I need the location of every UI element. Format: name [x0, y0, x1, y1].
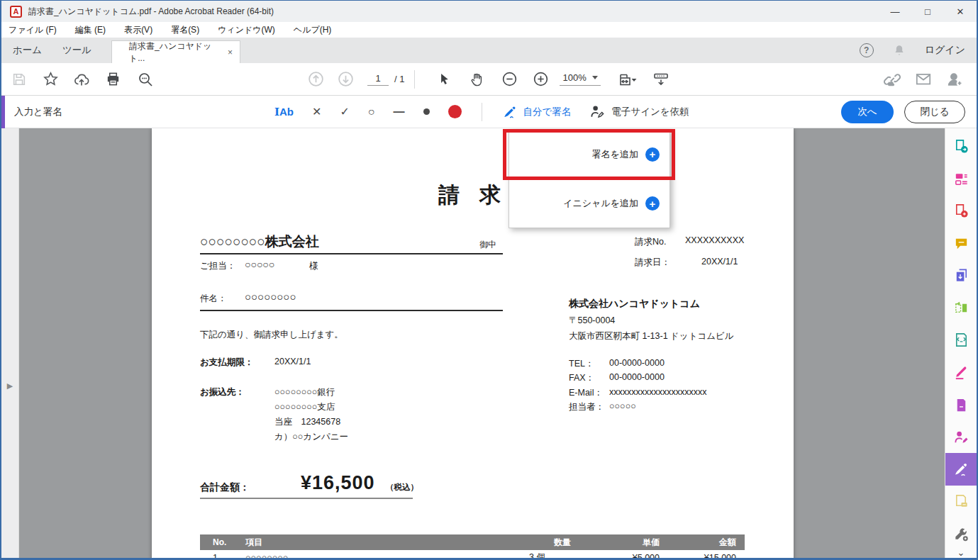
zoom-in-button[interactable] [528, 67, 552, 91]
issuer-fax-label: FAX： [569, 372, 594, 384]
star-icon [43, 71, 59, 87]
zoom-out-icon [501, 70, 518, 88]
sidebar-tool-fill-and-sign[interactable] [945, 453, 977, 486]
page-number-input[interactable]: 1 [367, 73, 389, 86]
acrobat-window: A 請求書_ハンコヤドットコム.pdf - Adobe Acrobat Read… [0, 0, 978, 560]
sidebar-tool-compress-pdf[interactable] [945, 324, 977, 357]
hand-icon [469, 71, 485, 87]
maximize-button[interactable]: □ [911, 1, 944, 22]
search-icon [137, 71, 154, 88]
minimize-icon: — [891, 6, 900, 17]
menu-file[interactable]: ファイル (F) [9, 24, 57, 36]
acrobat-logo-icon: A [10, 6, 22, 18]
page-down-icon [337, 70, 355, 88]
menu-window[interactable]: ウィンドウ(W) [218, 24, 275, 36]
dot-annotation-tool[interactable] [423, 108, 430, 115]
sign-self-button[interactable]: 自分で署名 [502, 104, 572, 120]
minimize-button[interactable]: — [879, 1, 911, 22]
page-display-button[interactable] [649, 67, 673, 91]
cross-annotation-tool[interactable]: ✕ [312, 105, 321, 118]
total-value: ¥16,500 [301, 472, 375, 494]
email-button[interactable] [911, 67, 935, 91]
col-amount: 金額 [667, 537, 745, 549]
add-text-tool[interactable]: IAb [274, 106, 294, 118]
sidebar-tool-request-signatures[interactable] [945, 421, 977, 454]
tab-home[interactable]: ホーム [13, 38, 42, 63]
left-panel-strip[interactable]: ▶ [1, 128, 19, 558]
menu-edit[interactable]: 編集 (E) [75, 24, 106, 36]
help-button[interactable]: ? [860, 43, 874, 57]
invoice-table: No. 項目 数量 単価 金額 1 ○○○○○○○○ 3 個 ¥5,000 ¥1… [200, 534, 745, 558]
next-button[interactable]: 次へ [841, 101, 894, 123]
fill-and-sign-icon [952, 461, 969, 478]
select-tool-button[interactable] [432, 67, 456, 91]
fit-width-button[interactable] [612, 67, 645, 91]
invoice-date-value: 20XX/1/1 [701, 257, 738, 267]
menu-help[interactable]: ヘルプ(H) [294, 24, 332, 36]
star-button[interactable] [38, 67, 62, 91]
share-link-icon [883, 70, 901, 89]
sidebar-tool-compare-files[interactable] [945, 486, 977, 518]
line-annotation-tool[interactable]: — [394, 106, 405, 118]
chevron-down-icon [592, 76, 598, 79]
contact-label: ご担当： [200, 260, 235, 272]
due-date-value: 20XX/1/1 [274, 357, 311, 366]
sidebar-tool-combine-files[interactable] [945, 259, 977, 292]
issuer-fax-value: 00-0000-0000 [609, 372, 665, 382]
previous-page-button[interactable] [304, 67, 328, 91]
menu-sign[interactable]: 署名(S) [171, 24, 199, 36]
organize-pages-icon [953, 300, 969, 316]
close-button[interactable]: ✕ [944, 1, 977, 22]
login-button[interactable]: ログイン [925, 44, 965, 57]
zoom-out-button[interactable] [497, 67, 521, 91]
search-button[interactable] [133, 67, 157, 91]
next-page-button[interactable] [333, 67, 357, 91]
page-count-label: / 1 [394, 74, 404, 84]
share-link-button[interactable] [880, 67, 904, 91]
sidebar-tool-more-tools[interactable] [945, 517, 977, 550]
sidebar-tool-create-pdf[interactable] [945, 195, 977, 228]
share-cloud-button[interactable] [70, 67, 94, 91]
person-sign-icon [589, 103, 606, 120]
fountain-pen-icon [502, 104, 518, 120]
red-highlight-annotation [503, 129, 675, 180]
close-icon: ✕ [957, 6, 965, 17]
protect-icon [953, 397, 969, 413]
tab-close-icon[interactable]: × [228, 47, 233, 57]
print-button[interactable] [101, 67, 125, 91]
close-tool-button[interactable]: 閉じる [904, 101, 965, 123]
fit-width-icon [618, 71, 639, 88]
sidebar-tool-comment[interactable] [945, 228, 977, 260]
save-button[interactable] [7, 67, 31, 91]
fill-sign-title: 入力と署名 [14, 106, 62, 118]
red-dot-color-indicator[interactable] [448, 105, 462, 118]
hand-tool-button[interactable] [465, 67, 489, 91]
combine-files-icon [953, 267, 969, 284]
export-pdf-icon [953, 138, 969, 155]
sidebar-tool-redact[interactable] [945, 357, 977, 389]
sidebar-tool-protect[interactable] [945, 388, 977, 421]
sidebar-tool-edit-pdf[interactable] [945, 163, 977, 196]
tab-document[interactable]: 請求書_ハンコヤドット... × [111, 40, 240, 63]
add-initials-item[interactable]: イニシャルを追加 + [509, 179, 669, 228]
sidebar-more-chevron-icon[interactable]: ⌄ [957, 547, 965, 558]
request-esign-label: 電子サインを依頼 [611, 106, 689, 118]
comment-icon [953, 235, 969, 252]
subject-value: ○○○○○○○○ [245, 291, 296, 303]
circle-annotation-tool[interactable]: ○ [368, 106, 375, 118]
contact-suffix: 様 [309, 260, 318, 272]
notifications-bell-icon[interactable] [892, 43, 906, 57]
sidebar-tool-organize-pages[interactable] [945, 292, 977, 325]
sidebar-tool-export-pdf[interactable] [945, 130, 977, 163]
menu-view[interactable]: 表示(V) [124, 24, 152, 36]
due-date-label: お支払期限： [200, 357, 253, 369]
fill-sign-bar: 入力と署名 IAb ✕ ✓ ○ — 自分で署名 [1, 96, 977, 128]
zoom-level-dropdown[interactable]: 100% [560, 72, 600, 86]
tab-bar: ホーム ツール 請求書_ハンコヤドット... × ? ログイン [1, 38, 977, 63]
check-annotation-tool[interactable]: ✓ [340, 105, 349, 118]
request-esign-button[interactable]: 電子サインを依頼 [589, 103, 689, 120]
col-no: No. [200, 537, 237, 547]
account-button[interactable] [943, 67, 967, 91]
tab-tools[interactable]: ツール [62, 38, 91, 63]
panel-expand-icon[interactable]: ▶ [7, 381, 13, 391]
